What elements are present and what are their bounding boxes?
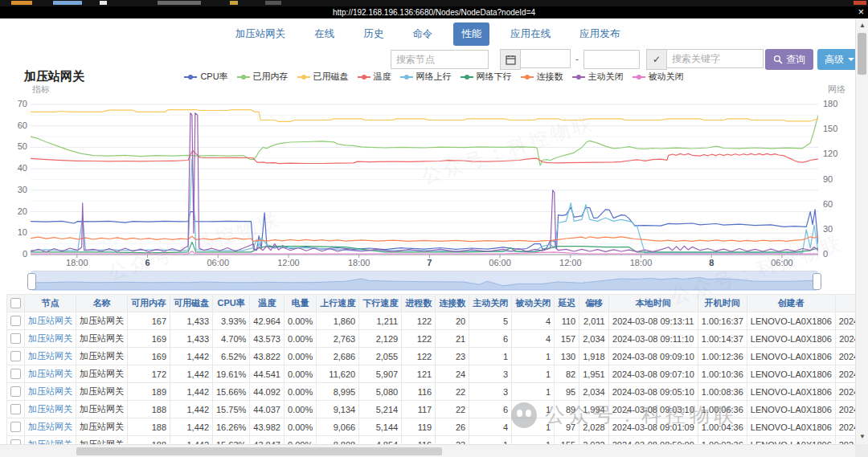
cell-偏移: 2,011 [579, 312, 609, 330]
legend-label: 主动关闭 [588, 71, 624, 83]
legend-label: 温度 [374, 71, 391, 83]
cell-连接数: 24 [436, 365, 469, 383]
cell-名称: 加压站网关 [76, 383, 128, 401]
legend-item-被动关闭[interactable]: 被动关闭 [633, 71, 684, 83]
row-checkbox[interactable] [10, 369, 21, 379]
legend-marker-icon [237, 76, 250, 78]
select-all-checkbox[interactable] [10, 298, 21, 308]
cell-节点[interactable]: 加压站网关 [25, 365, 76, 383]
row-checkbox[interactable] [10, 333, 21, 344]
tab-应用发布[interactable]: 应用发布 [571, 22, 628, 46]
cell-被动关闭: 4 [512, 330, 555, 348]
vertical-scroll-thumb[interactable] [858, 33, 866, 75]
cell-温度: 43.982 [250, 418, 285, 436]
column-header-名称[interactable]: 名称 [76, 295, 128, 312]
cell-可用磁盘: 1,442 [170, 365, 213, 383]
date-from-input[interactable] [521, 49, 571, 68]
horizontal-scrollbar[interactable] [0, 444, 855, 457]
cell-节点[interactable]: 加压站网关 [25, 312, 76, 330]
legend-item-温度[interactable]: 温度 [358, 71, 391, 83]
cell-节点[interactable]: 加压站网关 [25, 418, 76, 436]
tab-加压站网关[interactable]: 加压站网关 [227, 22, 294, 46]
legend-item-主动关闭[interactable]: 主动关闭 [572, 71, 624, 83]
tab-历史[interactable]: 历史 [355, 22, 391, 46]
date-range-separator: - [575, 54, 579, 65]
cell-开机时间: 1.00:06:36 [698, 401, 747, 418]
column-header-温度[interactable]: 温度 [250, 295, 285, 312]
row-checkbox[interactable] [10, 351, 21, 361]
row-checkbox-cell [7, 365, 25, 383]
datazoom-selection[interactable] [31, 271, 817, 290]
legend-item-CPU率[interactable]: CPU率 [184, 71, 227, 83]
search-node-input[interactable] [391, 50, 489, 69]
legend-marker-icon [297, 76, 310, 78]
scroll-up-icon[interactable]: ▲ [856, 20, 868, 31]
cell-延迟: 157 [555, 330, 579, 348]
tab-在线[interactable]: 在线 [306, 22, 342, 46]
cell-可用磁盘: 1,442 [170, 383, 213, 401]
horizontal-scroll-thumb[interactable] [76, 447, 442, 455]
legend-label: CPU率 [200, 71, 227, 83]
datazoom-left-handle[interactable] [27, 273, 36, 290]
column-header-下行速度[interactable]: 下行速度 [359, 295, 402, 312]
vertical-scrollbar[interactable]: ▲ ▼ [855, 18, 868, 444]
cell-节点[interactable]: 加压站网关 [25, 348, 76, 365]
legend-item-网络上行[interactable]: 网络上行 [400, 71, 452, 83]
column-header-本地时间[interactable]: 本地时间 [608, 295, 698, 312]
cell-电量: 0.00% [284, 348, 316, 365]
scroll-down-icon[interactable]: ▼ [856, 431, 868, 443]
tab-命令[interactable]: 命令 [404, 22, 440, 46]
datazoom-right-handle[interactable] [813, 273, 821, 290]
y-axis-tick-left: 0 [6, 249, 27, 259]
column-header-主动关闭[interactable]: 主动关闭 [469, 295, 512, 312]
column-header-创建者[interactable]: 创建者 [747, 295, 835, 312]
column-header-开机时间[interactable]: 开机时间 [698, 295, 747, 312]
tab-应用在线[interactable]: 应用在线 [502, 22, 559, 46]
column-header-上行速度[interactable]: 上行速度 [317, 295, 359, 312]
cell-节点[interactable]: 加压站网关 [25, 383, 76, 401]
legend-item-连接数[interactable]: 连接数 [521, 71, 563, 83]
row-checkbox-cell [7, 401, 25, 418]
query-button[interactable]: 查询 [765, 49, 813, 70]
cell-CPU率: 3.93% [213, 312, 250, 330]
row-checkbox[interactable] [10, 404, 21, 414]
row-checkbox[interactable] [10, 422, 21, 432]
cell-延迟: 82 [555, 365, 579, 383]
cell-节点[interactable]: 加压站网关 [25, 401, 76, 418]
search-keyword-input[interactable] [667, 49, 764, 68]
cell-可用内存: 167 [128, 312, 170, 330]
calendar-icon[interactable] [500, 49, 521, 70]
legend-item-已用磁盘[interactable]: 已用磁盘 [297, 71, 349, 83]
cell-可用内存: 189 [128, 383, 170, 401]
column-header-可用磁盘[interactable]: 可用磁盘 [170, 295, 213, 312]
table-row: 加压站网关加压站网关1691,4334.70%43.5730.00%2,7632… [7, 330, 868, 348]
column-header-偏移[interactable]: 偏移 [579, 295, 609, 312]
check-icon[interactable]: ✓ [646, 49, 667, 70]
y-axis-tick-left: 40 [6, 163, 27, 173]
cell-节点[interactable]: 加压站网关 [25, 330, 76, 348]
y-axis-tick-left: 20 [6, 206, 27, 216]
cell-创建者: LENOVO-LA0X1806 [747, 418, 835, 436]
tab-性能[interactable]: 性能 [453, 22, 489, 46]
cell-下行速度: 5,080 [359, 383, 402, 401]
column-header-连接数[interactable]: 连接数 [436, 295, 469, 312]
column-header-延迟[interactable]: 延迟 [555, 295, 579, 312]
column-header-节点[interactable]: 节点 [25, 295, 76, 312]
date-to-input[interactable] [583, 50, 640, 69]
browser-remnant [53, 1, 82, 5]
column-header-进程数[interactable]: 进程数 [402, 295, 436, 312]
x-axis-tick: 06:00 [476, 258, 524, 267]
column-header-被动关闭[interactable]: 被动关闭 [512, 295, 555, 312]
filter-bar: - ✓ 查询 高级 [391, 49, 862, 70]
column-header-可用内存[interactable]: 可用内存 [128, 295, 170, 312]
column-header-CPU率[interactable]: CPU率 [213, 295, 250, 312]
row-checkbox[interactable] [10, 386, 21, 397]
row-checkbox[interactable] [10, 316, 21, 326]
cell-CPU率: 19.61% [213, 365, 250, 383]
legend-item-网络下行[interactable]: 网络下行 [461, 71, 512, 83]
column-header-电量[interactable]: 电量 [284, 295, 316, 312]
x-axis-tick: 18:00 [53, 258, 101, 267]
legend-item-已用内存[interactable]: 已用内存 [237, 71, 289, 83]
datazoom-slider[interactable] [31, 271, 818, 291]
close-icon[interactable]: × [858, 6, 864, 18]
